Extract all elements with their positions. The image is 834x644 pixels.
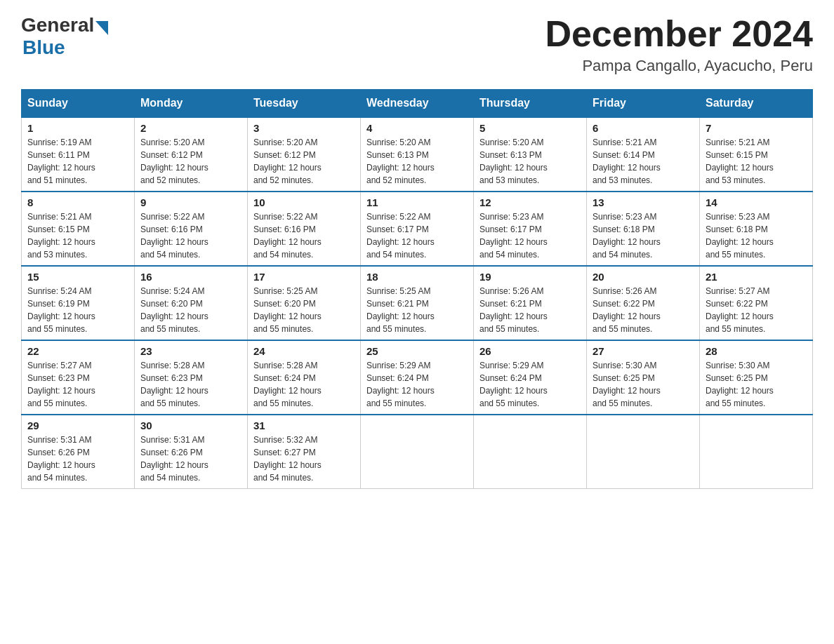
day-number: 13 <box>593 196 694 208</box>
calendar-body: 1Sunrise: 5:19 AMSunset: 6:11 PMDaylight… <box>22 117 813 489</box>
day-number: 27 <box>593 345 694 357</box>
day-number: 22 <box>27 345 128 357</box>
day-info: Sunrise: 5:30 AMSunset: 6:25 PMDaylight:… <box>593 359 694 410</box>
day-info: Sunrise: 5:20 AMSunset: 6:13 PMDaylight:… <box>366 136 468 187</box>
calendar-cell: 10Sunrise: 5:22 AMSunset: 6:16 PMDayligh… <box>248 192 361 266</box>
location-title: Pampa Cangallo, Ayacucho, Peru <box>545 57 813 75</box>
day-number: 26 <box>479 345 581 357</box>
calendar-cell: 1Sunrise: 5:19 AMSunset: 6:11 PMDaylight… <box>22 117 135 192</box>
calendar-cell: 3Sunrise: 5:20 AMSunset: 6:12 PMDaylight… <box>248 117 361 192</box>
day-header-tuesday: Tuesday <box>248 90 361 118</box>
day-number: 1 <box>27 122 128 134</box>
calendar-cell: 27Sunrise: 5:30 AMSunset: 6:25 PMDayligh… <box>587 340 700 415</box>
day-info: Sunrise: 5:31 AMSunset: 6:26 PMDaylight:… <box>27 434 128 484</box>
day-info: Sunrise: 5:26 AMSunset: 6:21 PMDaylight:… <box>479 285 581 335</box>
day-number: 25 <box>366 345 468 357</box>
day-number: 10 <box>253 196 355 208</box>
calendar-cell: 12Sunrise: 5:23 AMSunset: 6:17 PMDayligh… <box>474 192 587 266</box>
day-info: Sunrise: 5:23 AMSunset: 6:17 PMDaylight:… <box>479 210 581 261</box>
page-header: General Blue December 2024 Pampa Cangall… <box>21 14 813 75</box>
day-number: 24 <box>253 345 355 357</box>
day-info: Sunrise: 5:28 AMSunset: 6:24 PMDaylight:… <box>253 359 355 410</box>
day-number: 9 <box>140 196 241 208</box>
day-info: Sunrise: 5:20 AMSunset: 6:13 PMDaylight:… <box>479 136 581 187</box>
calendar-cell: 4Sunrise: 5:20 AMSunset: 6:13 PMDaylight… <box>361 117 474 192</box>
day-info: Sunrise: 5:22 AMSunset: 6:17 PMDaylight:… <box>366 210 468 261</box>
calendar-cell: 17Sunrise: 5:25 AMSunset: 6:20 PMDayligh… <box>248 266 361 340</box>
day-info: Sunrise: 5:22 AMSunset: 6:16 PMDaylight:… <box>140 210 241 261</box>
calendar-week-2: 8Sunrise: 5:21 AMSunset: 6:15 PMDaylight… <box>22 192 813 266</box>
calendar-cell: 6Sunrise: 5:21 AMSunset: 6:14 PMDaylight… <box>587 117 700 192</box>
day-info: Sunrise: 5:32 AMSunset: 6:27 PMDaylight:… <box>253 434 355 484</box>
day-number: 31 <box>253 420 355 431</box>
day-info: Sunrise: 5:23 AMSunset: 6:18 PMDaylight:… <box>593 210 694 261</box>
day-info: Sunrise: 5:27 AMSunset: 6:23 PMDaylight:… <box>27 359 128 410</box>
day-info: Sunrise: 5:19 AMSunset: 6:11 PMDaylight:… <box>27 136 128 187</box>
day-number: 8 <box>27 196 128 208</box>
calendar-week-1: 1Sunrise: 5:19 AMSunset: 6:11 PMDaylight… <box>22 117 813 192</box>
day-number: 28 <box>706 345 807 357</box>
month-title: December 2024 <box>545 14 813 54</box>
day-info: Sunrise: 5:25 AMSunset: 6:20 PMDaylight:… <box>253 285 355 335</box>
calendar-cell: 8Sunrise: 5:21 AMSunset: 6:15 PMDaylight… <box>22 192 135 266</box>
calendar-cell <box>587 415 700 489</box>
day-info: Sunrise: 5:20 AMSunset: 6:12 PMDaylight:… <box>140 136 241 187</box>
day-number: 12 <box>479 196 581 208</box>
calendar-header: SundayMondayTuesdayWednesdayThursdayFrid… <box>22 90 813 118</box>
day-header-row: SundayMondayTuesdayWednesdayThursdayFrid… <box>22 90 813 118</box>
calendar-week-4: 22Sunrise: 5:27 AMSunset: 6:23 PMDayligh… <box>22 340 813 415</box>
calendar-cell: 21Sunrise: 5:27 AMSunset: 6:22 PMDayligh… <box>700 266 813 340</box>
calendar-cell: 25Sunrise: 5:29 AMSunset: 6:24 PMDayligh… <box>361 340 474 415</box>
calendar-cell: 13Sunrise: 5:23 AMSunset: 6:18 PMDayligh… <box>587 192 700 266</box>
logo-general: General <box>21 14 94 36</box>
day-info: Sunrise: 5:29 AMSunset: 6:24 PMDaylight:… <box>366 359 468 410</box>
day-number: 20 <box>593 271 694 283</box>
day-number: 16 <box>140 271 241 283</box>
logo: General Blue <box>21 14 110 59</box>
day-number: 18 <box>366 271 468 283</box>
day-number: 29 <box>27 420 128 431</box>
day-number: 30 <box>140 420 241 431</box>
calendar-cell: 24Sunrise: 5:28 AMSunset: 6:24 PMDayligh… <box>248 340 361 415</box>
day-number: 3 <box>253 122 355 134</box>
day-number: 15 <box>27 271 128 283</box>
calendar-cell: 23Sunrise: 5:28 AMSunset: 6:23 PMDayligh… <box>135 340 248 415</box>
day-info: Sunrise: 5:30 AMSunset: 6:25 PMDaylight:… <box>706 359 807 410</box>
logo-blue-label: Blue <box>21 36 65 59</box>
calendar-cell: 31Sunrise: 5:32 AMSunset: 6:27 PMDayligh… <box>248 415 361 489</box>
calendar-cell: 22Sunrise: 5:27 AMSunset: 6:23 PMDayligh… <box>22 340 135 415</box>
logo-arrow-icon <box>95 21 108 35</box>
day-header-wednesday: Wednesday <box>361 90 474 118</box>
calendar-cell: 28Sunrise: 5:30 AMSunset: 6:25 PMDayligh… <box>700 340 813 415</box>
calendar-cell <box>361 415 474 489</box>
day-number: 19 <box>479 271 581 283</box>
day-info: Sunrise: 5:28 AMSunset: 6:23 PMDaylight:… <box>140 359 241 410</box>
day-info: Sunrise: 5:26 AMSunset: 6:22 PMDaylight:… <box>593 285 694 335</box>
day-info: Sunrise: 5:27 AMSunset: 6:22 PMDaylight:… <box>706 285 807 335</box>
day-number: 2 <box>140 122 241 134</box>
logo-text: General <box>21 14 110 36</box>
day-info: Sunrise: 5:22 AMSunset: 6:16 PMDaylight:… <box>253 210 355 261</box>
day-info: Sunrise: 5:23 AMSunset: 6:18 PMDaylight:… <box>706 210 807 261</box>
day-header-monday: Monday <box>135 90 248 118</box>
day-number: 17 <box>253 271 355 283</box>
day-number: 6 <box>593 122 694 134</box>
calendar-cell: 29Sunrise: 5:31 AMSunset: 6:26 PMDayligh… <box>22 415 135 489</box>
day-info: Sunrise: 5:24 AMSunset: 6:19 PMDaylight:… <box>27 285 128 335</box>
calendar-cell: 20Sunrise: 5:26 AMSunset: 6:22 PMDayligh… <box>587 266 700 340</box>
day-number: 11 <box>366 196 468 208</box>
calendar-cell: 26Sunrise: 5:29 AMSunset: 6:24 PMDayligh… <box>474 340 587 415</box>
calendar-week-3: 15Sunrise: 5:24 AMSunset: 6:19 PMDayligh… <box>22 266 813 340</box>
day-number: 4 <box>366 122 468 134</box>
day-number: 23 <box>140 345 241 357</box>
day-info: Sunrise: 5:21 AMSunset: 6:15 PMDaylight:… <box>27 210 128 261</box>
day-info: Sunrise: 5:25 AMSunset: 6:21 PMDaylight:… <box>366 285 468 335</box>
calendar-cell: 15Sunrise: 5:24 AMSunset: 6:19 PMDayligh… <box>22 266 135 340</box>
calendar-cell: 16Sunrise: 5:24 AMSunset: 6:20 PMDayligh… <box>135 266 248 340</box>
day-info: Sunrise: 5:29 AMSunset: 6:24 PMDaylight:… <box>479 359 581 410</box>
day-info: Sunrise: 5:24 AMSunset: 6:20 PMDaylight:… <box>140 285 241 335</box>
day-number: 7 <box>706 122 807 134</box>
title-area: December 2024 Pampa Cangallo, Ayacucho, … <box>545 14 813 75</box>
calendar-cell <box>474 415 587 489</box>
calendar-cell: 5Sunrise: 5:20 AMSunset: 6:13 PMDaylight… <box>474 117 587 192</box>
